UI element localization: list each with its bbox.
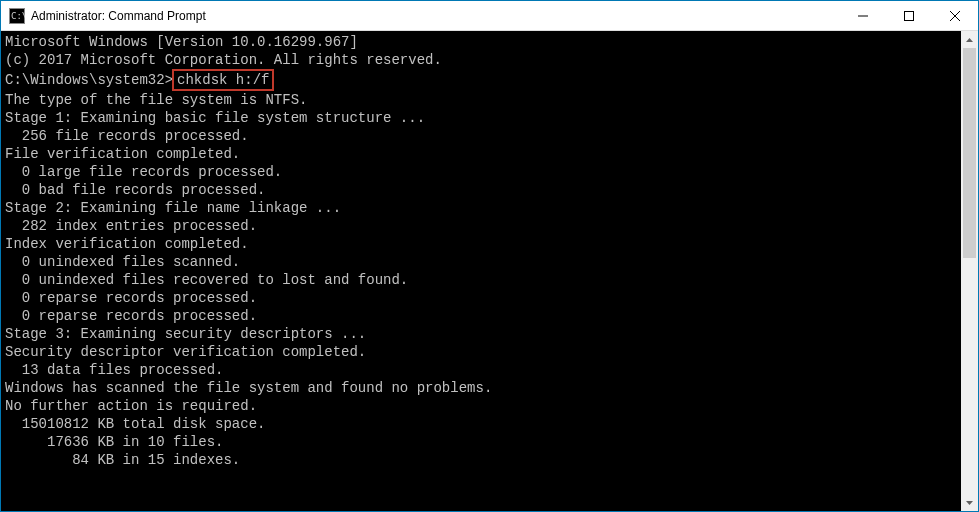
output-line: Stage 2: Examining file name linkage ...: [5, 199, 957, 217]
output-line: 0 reparse records processed.: [5, 307, 957, 325]
output-line: 0 reparse records processed.: [5, 289, 957, 307]
output-line: 15010812 KB total disk space.: [5, 415, 957, 433]
scroll-up-button[interactable]: [961, 31, 978, 48]
cmd-icon: C:\: [9, 8, 25, 24]
output-line: 282 index entries processed.: [5, 217, 957, 235]
command-highlight: chkdsk h:/f: [172, 69, 274, 91]
prompt-text: C:\Windows\system32>: [5, 72, 173, 88]
output-line: 0 unindexed files recovered to lost and …: [5, 271, 957, 289]
svg-text:C:\: C:\: [11, 11, 25, 21]
vertical-scrollbar[interactable]: [961, 31, 978, 511]
scroll-track[interactable]: [961, 48, 978, 494]
output-line: No further action is required.: [5, 397, 957, 415]
output-line: Stage 1: Examining basic file system str…: [5, 109, 957, 127]
output-line: 256 file records processed.: [5, 127, 957, 145]
prompt-line: C:\Windows\system32>chkdsk h:/f: [5, 69, 957, 91]
svg-rect-4: [905, 11, 914, 20]
svg-marker-7: [966, 38, 973, 42]
terminal-output[interactable]: Microsoft Windows [Version 10.0.16299.96…: [1, 31, 961, 511]
command-prompt-window: C:\ Administrator: Command Prompt Micros…: [0, 0, 979, 512]
output-line: Microsoft Windows [Version 10.0.16299.96…: [5, 33, 957, 51]
output-line: 17636 KB in 10 files.: [5, 433, 957, 451]
window-controls: [840, 1, 978, 30]
output-line: Index verification completed.: [5, 235, 957, 253]
command-text: chkdsk h:/f: [177, 72, 269, 88]
scroll-thumb[interactable]: [963, 48, 976, 258]
output-line: File verification completed.: [5, 145, 957, 163]
svg-marker-8: [966, 501, 973, 505]
output-line: 13 data files processed.: [5, 361, 957, 379]
output-line: 84 KB in 15 indexes.: [5, 451, 957, 469]
output-line: 0 unindexed files scanned.: [5, 253, 957, 271]
output-line: The type of the file system is NTFS.: [5, 91, 957, 109]
output-line: Security descriptor verification complet…: [5, 343, 957, 361]
output-line: 0 large file records processed.: [5, 163, 957, 181]
output-line: Stage 3: Examining security descriptors …: [5, 325, 957, 343]
maximize-button[interactable]: [886, 1, 932, 30]
window-title: Administrator: Command Prompt: [31, 9, 206, 23]
minimize-button[interactable]: [840, 1, 886, 30]
output-line: Windows has scanned the file system and …: [5, 379, 957, 397]
scroll-down-button[interactable]: [961, 494, 978, 511]
output-line: 0 bad file records processed.: [5, 181, 957, 199]
close-button[interactable]: [932, 1, 978, 30]
output-line: (c) 2017 Microsoft Corporation. All righ…: [5, 51, 957, 69]
client-area: Microsoft Windows [Version 10.0.16299.96…: [1, 31, 978, 511]
titlebar[interactable]: C:\ Administrator: Command Prompt: [1, 1, 978, 31]
